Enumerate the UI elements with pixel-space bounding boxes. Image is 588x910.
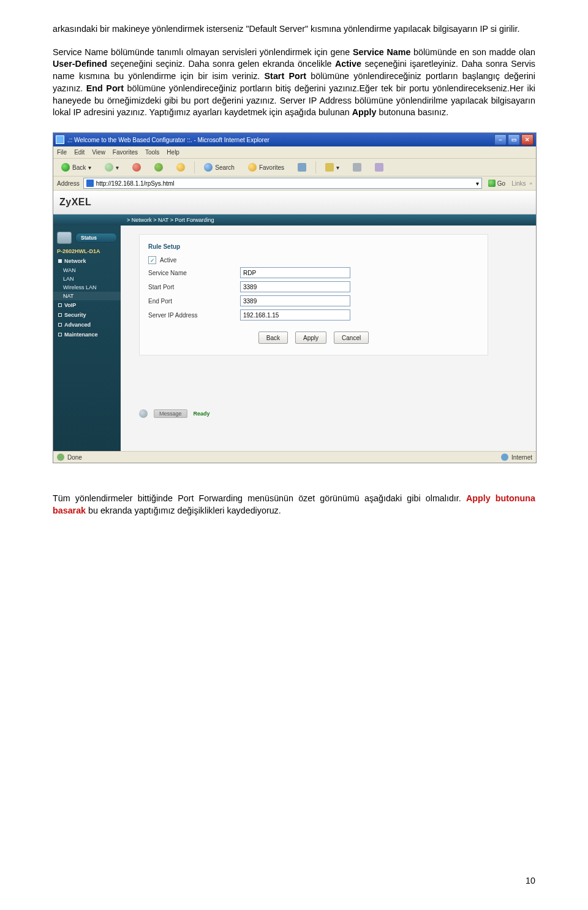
p3-post: bu ekranda yaptığımız değişiklikleri kay… — [86, 506, 281, 515]
p2-b2: User-Defined — [53, 59, 107, 69]
status-label: Status — [81, 235, 97, 241]
input-value: 3389 — [243, 298, 257, 305]
service-name-input[interactable]: RDP — [240, 267, 350, 278]
input-value: 192.168.1.15 — [243, 312, 279, 319]
ie-statusbar: Done Internet — [53, 451, 536, 463]
chevron-down-icon: ▾ — [116, 164, 119, 171]
start-port-label: Start Port — [148, 284, 240, 290]
toolbar-search-button[interactable]: Search — [200, 161, 239, 174]
go-icon — [488, 180, 496, 187]
status-done-text: Done — [67, 454, 82, 461]
menu-help[interactable]: Help — [167, 149, 179, 156]
start-port-input[interactable]: 3389 — [240, 281, 350, 292]
toolbar-forward-button[interactable]: ▾ — [100, 161, 123, 174]
app-banner: ZyXEL — [53, 191, 536, 214]
chevron-down-icon: ▾ — [336, 164, 339, 171]
doc-paragraph-2: Service Name bölümünde tanımlı olmayan s… — [53, 47, 535, 119]
start-port-row: Start Port 3389 — [148, 281, 479, 292]
sidebar-item-label: LAN — [63, 276, 74, 282]
sidebar-item-label: Wireless LAN — [63, 284, 97, 290]
plus-icon — [58, 303, 62, 307]
p2-b4: Start Port — [265, 71, 306, 81]
toolbar-favorites-button[interactable]: Favorites — [244, 161, 288, 174]
sidebar: Status P-2602HWL-D1A Network WAN LAN Wir… — [53, 226, 121, 451]
sidebar-item-advanced[interactable]: Advanced — [53, 320, 121, 330]
message-icon — [139, 409, 148, 418]
active-row: ✓ Active — [148, 256, 479, 264]
chevron-down-icon[interactable]: ▾ — [476, 180, 479, 187]
breadcrumb: > Network > NAT > Port Forwarding — [53, 214, 536, 226]
window-maximize-button[interactable]: ▭ — [508, 134, 520, 145]
p2-s6: bölümüne yönlendireceğiniz portların bit… — [53, 83, 535, 117]
button-row: Back Apply Cancel — [148, 332, 479, 344]
message-label: Message — [154, 409, 187, 418]
ie-toolbar: Back ▾ ▾ Search Favorites ▾ — [53, 159, 536, 176]
cancel-button[interactable]: Cancel — [334, 332, 369, 344]
toolbar-media-button[interactable] — [293, 161, 311, 174]
sidebar-status-button[interactable]: Status — [57, 232, 117, 244]
zyxel-logo: ZyXEL — [59, 197, 91, 208]
toolbar-back-button[interactable]: Back ▾ — [57, 161, 96, 174]
plus-icon — [58, 333, 62, 336]
toolbar-home-button[interactable] — [172, 161, 189, 174]
button-label: Back — [266, 335, 280, 341]
done-icon — [57, 453, 64, 461]
page-number: 10 — [526, 876, 535, 885]
toolbar-back-label: Back — [72, 164, 86, 171]
sidebar-item-network[interactable]: Network — [53, 256, 121, 266]
toolbar-edit-button[interactable] — [371, 161, 388, 174]
active-label: Active — [160, 257, 176, 264]
go-button[interactable]: Go — [486, 180, 508, 187]
internet-zone-icon — [501, 453, 508, 461]
end-port-input[interactable]: 3389 — [240, 295, 350, 306]
end-port-label: End Port — [148, 298, 240, 305]
menu-tools[interactable]: Tools — [145, 149, 159, 156]
sidebar-item-wireless-lan[interactable]: Wireless LAN — [53, 283, 121, 292]
ie-addressbar: Address http://192.168.1.1/rpSys.html ▾ … — [53, 176, 536, 191]
toolbar-print-button[interactable] — [349, 161, 366, 174]
toolbar-stop-button[interactable] — [128, 161, 145, 174]
forward-icon — [105, 163, 113, 172]
status-zone-text: Internet — [511, 454, 532, 461]
address-label: Address — [57, 180, 80, 187]
p2-s7: butonuna basınız. — [376, 107, 448, 117]
toolbar-mail-button[interactable]: ▾ — [321, 161, 344, 174]
menu-file[interactable]: File — [57, 149, 67, 156]
sidebar-item-wan[interactable]: WAN — [53, 266, 121, 275]
toolbar-refresh-button[interactable] — [150, 161, 167, 174]
menu-favorites[interactable]: Favorites — [113, 149, 138, 156]
p2-b6: Apply — [352, 107, 377, 117]
sidebar-item-nat[interactable]: NAT — [53, 292, 121, 300]
sidebar-item-label: VoIP — [64, 302, 76, 308]
p2-b3: Active — [335, 59, 361, 69]
sidebar-item-lan[interactable]: LAN — [53, 275, 121, 283]
sidebar-item-label: Advanced — [64, 322, 91, 328]
toolbar-search-label: Search — [215, 164, 235, 171]
window-titlebar: .:: Welcome to the Web Based Configurato… — [53, 133, 536, 146]
toolbar-separator — [315, 161, 316, 173]
server-ip-input[interactable]: 192.168.1.15 — [240, 309, 350, 320]
sidebar-model-label: P-2602HWL-D1A — [53, 246, 121, 256]
active-checkbox[interactable]: ✓ — [148, 256, 156, 264]
menu-view[interactable]: View — [92, 149, 105, 156]
panel-title: Rule Setup — [148, 243, 479, 250]
window-close-button[interactable]: ✕ — [521, 134, 533, 145]
links-label[interactable]: Links — [511, 180, 526, 187]
apply-button[interactable]: Apply — [295, 332, 326, 344]
sidebar-item-voip[interactable]: VoIP — [53, 300, 121, 310]
breadcrumb-text: > Network > NAT > Port Forwarding — [127, 217, 214, 223]
window-icon — [56, 135, 64, 144]
edit-icon — [375, 163, 383, 172]
service-name-label: Service Name — [148, 270, 240, 276]
search-icon — [204, 163, 213, 172]
sidebar-item-security[interactable]: Security — [53, 310, 121, 320]
menu-edit[interactable]: Edit — [74, 149, 85, 156]
address-url-text: http://192.168.1.1/rpSys.html — [96, 180, 175, 187]
plus-icon — [58, 313, 62, 317]
address-input[interactable]: http://192.168.1.1/rpSys.html ▾ — [83, 178, 482, 189]
sidebar-item-label: WAN — [63, 267, 76, 273]
back-button[interactable]: Back — [258, 332, 288, 344]
minus-icon — [58, 259, 62, 263]
window-minimize-button[interactable]: – — [494, 134, 507, 145]
sidebar-item-maintenance[interactable]: Maintenance — [53, 330, 121, 339]
